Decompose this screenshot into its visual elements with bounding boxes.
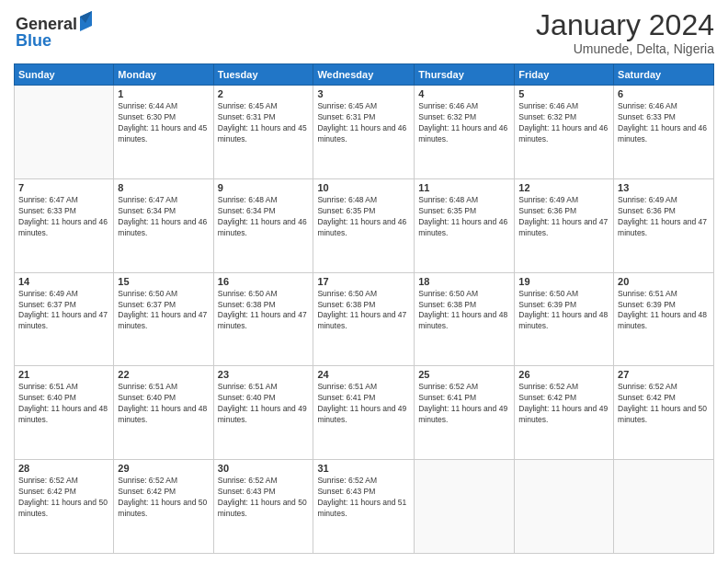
cell-info: Sunrise: 6:51 AMSunset: 6:40 PMDaylight:… (218, 382, 310, 426)
cell-info: Sunrise: 6:50 AMSunset: 6:39 PMDaylight:… (518, 289, 609, 333)
table-row: 28Sunrise: 6:52 AMSunset: 6:42 PMDayligh… (15, 460, 114, 554)
cell-info: Sunrise: 6:49 AMSunset: 6:37 PMDaylight:… (18, 289, 109, 333)
cell-info: Sunrise: 6:51 AMSunset: 6:39 PMDaylight:… (618, 289, 710, 333)
cell-info: Sunrise: 6:49 AMSunset: 6:36 PMDaylight:… (618, 195, 710, 239)
cell-day-number: 11 (418, 182, 510, 193)
table-row (415, 460, 515, 554)
cell-info: Sunrise: 6:52 AMSunset: 6:42 PMDaylight:… (518, 382, 609, 426)
cell-day-number: 25 (418, 369, 510, 380)
table-row: 2Sunrise: 6:45 AMSunset: 6:31 PMDaylight… (213, 86, 313, 179)
cell-info: Sunrise: 6:46 AMSunset: 6:32 PMDaylight:… (518, 101, 609, 145)
table-row: 31Sunrise: 6:52 AMSunset: 6:43 PMDayligh… (313, 460, 415, 554)
header-friday: Friday (515, 64, 614, 86)
table-row: 10Sunrise: 6:48 AMSunset: 6:35 PMDayligh… (313, 178, 415, 272)
svg-text:General: General (16, 15, 77, 33)
cell-info: Sunrise: 6:49 AMSunset: 6:36 PMDaylight:… (518, 195, 609, 239)
cell-info: Sunrise: 6:52 AMSunset: 6:43 PMDaylight:… (317, 476, 410, 520)
cell-day-number: 18 (418, 276, 510, 287)
cell-day-number: 9 (218, 182, 310, 193)
table-row: 11Sunrise: 6:48 AMSunset: 6:35 PMDayligh… (415, 178, 515, 272)
table-row: 25Sunrise: 6:52 AMSunset: 6:41 PMDayligh… (415, 366, 515, 460)
table-row (515, 460, 614, 554)
calendar-week-row: 1Sunrise: 6:44 AMSunset: 6:30 PMDaylight… (15, 86, 714, 179)
header-saturday: Saturday (614, 64, 714, 86)
cell-info: Sunrise: 6:46 AMSunset: 6:32 PMDaylight:… (418, 101, 510, 145)
table-row: 4Sunrise: 6:46 AMSunset: 6:32 PMDaylight… (415, 86, 515, 179)
calendar-table: Sunday Monday Tuesday Wednesday Thursday… (14, 63, 714, 554)
table-row: 17Sunrise: 6:50 AMSunset: 6:38 PMDayligh… (313, 272, 415, 366)
table-row: 14Sunrise: 6:49 AMSunset: 6:37 PMDayligh… (15, 272, 114, 366)
cell-day-number: 19 (518, 276, 609, 287)
header-tuesday: Tuesday (213, 64, 313, 86)
cell-day-number: 8 (118, 182, 209, 193)
cell-day-number: 16 (218, 276, 310, 287)
cell-info: Sunrise: 6:51 AMSunset: 6:40 PMDaylight:… (18, 382, 109, 426)
header-sunday: Sunday (15, 64, 114, 86)
cell-day-number: 30 (218, 463, 310, 474)
cell-info: Sunrise: 6:48 AMSunset: 6:35 PMDaylight:… (317, 195, 410, 239)
cell-day-number: 1 (118, 88, 209, 99)
header-thursday: Thursday (415, 64, 515, 86)
cell-day-number: 29 (118, 463, 209, 474)
cell-day-number: 5 (518, 88, 609, 99)
table-row: 30Sunrise: 6:52 AMSunset: 6:43 PMDayligh… (213, 460, 313, 554)
cell-day-number: 23 (218, 369, 310, 380)
table-row: 24Sunrise: 6:51 AMSunset: 6:41 PMDayligh… (313, 366, 415, 460)
cell-day-number: 15 (118, 276, 209, 287)
cell-info: Sunrise: 6:50 AMSunset: 6:38 PMDaylight:… (218, 289, 310, 333)
table-row: 21Sunrise: 6:51 AMSunset: 6:40 PMDayligh… (15, 366, 114, 460)
table-row: 13Sunrise: 6:49 AMSunset: 6:36 PMDayligh… (614, 178, 714, 272)
table-row: 23Sunrise: 6:51 AMSunset: 6:40 PMDayligh… (213, 366, 313, 460)
cell-info: Sunrise: 6:52 AMSunset: 6:43 PMDaylight:… (218, 476, 310, 520)
logo-icon: General Blue (14, 9, 97, 51)
title-section: January 2024 Umunede, Delta, Nigeria (536, 9, 714, 56)
cell-info: Sunrise: 6:51 AMSunset: 6:41 PMDaylight:… (317, 382, 410, 426)
table-row (15, 86, 114, 179)
cell-day-number: 22 (118, 369, 209, 380)
cell-day-number: 27 (618, 369, 710, 380)
cell-info: Sunrise: 6:50 AMSunset: 6:38 PMDaylight:… (418, 289, 510, 333)
calendar-title: January 2024 (536, 9, 714, 41)
cell-day-number: 13 (618, 182, 710, 193)
cell-info: Sunrise: 6:47 AMSunset: 6:34 PMDaylight:… (118, 195, 209, 239)
calendar-week-row: 21Sunrise: 6:51 AMSunset: 6:40 PMDayligh… (15, 366, 714, 460)
table-row: 29Sunrise: 6:52 AMSunset: 6:42 PMDayligh… (114, 460, 213, 554)
table-row: 9Sunrise: 6:48 AMSunset: 6:34 PMDaylight… (213, 178, 313, 272)
table-row: 7Sunrise: 6:47 AMSunset: 6:33 PMDaylight… (15, 178, 114, 272)
table-row: 15Sunrise: 6:50 AMSunset: 6:37 PMDayligh… (114, 272, 213, 366)
calendar-week-row: 28Sunrise: 6:52 AMSunset: 6:42 PMDayligh… (15, 460, 714, 554)
cell-info: Sunrise: 6:52 AMSunset: 6:42 PMDaylight:… (118, 476, 209, 520)
calendar-week-row: 7Sunrise: 6:47 AMSunset: 6:33 PMDaylight… (15, 178, 714, 272)
calendar-subtitle: Umunede, Delta, Nigeria (536, 41, 714, 56)
cell-day-number: 14 (18, 276, 109, 287)
cell-info: Sunrise: 6:45 AMSunset: 6:31 PMDaylight:… (317, 101, 410, 145)
table-row: 22Sunrise: 6:51 AMSunset: 6:40 PMDayligh… (114, 366, 213, 460)
table-row: 26Sunrise: 6:52 AMSunset: 6:42 PMDayligh… (515, 366, 614, 460)
cell-day-number: 17 (317, 276, 410, 287)
cell-day-number: 2 (218, 88, 310, 99)
cell-day-number: 26 (518, 369, 609, 380)
cell-day-number: 28 (18, 463, 109, 474)
cell-day-number: 3 (317, 88, 410, 99)
svg-text:Blue: Blue (16, 31, 51, 50)
cell-info: Sunrise: 6:46 AMSunset: 6:33 PMDaylight:… (618, 101, 710, 145)
page: General Blue January 2024 Umunede, Delta… (0, 0, 728, 563)
table-row: 1Sunrise: 6:44 AMSunset: 6:30 PMDaylight… (114, 86, 213, 179)
table-row (614, 460, 714, 554)
cell-info: Sunrise: 6:51 AMSunset: 6:40 PMDaylight:… (118, 382, 209, 426)
cell-day-number: 31 (317, 463, 410, 474)
header: General Blue January 2024 Umunede, Delta… (14, 9, 714, 56)
logo: General Blue (14, 9, 97, 54)
cell-info: Sunrise: 6:47 AMSunset: 6:33 PMDaylight:… (18, 195, 109, 239)
cell-info: Sunrise: 6:45 AMSunset: 6:31 PMDaylight:… (218, 101, 310, 145)
cell-info: Sunrise: 6:50 AMSunset: 6:37 PMDaylight:… (118, 289, 209, 333)
cell-info: Sunrise: 6:48 AMSunset: 6:34 PMDaylight:… (218, 195, 310, 239)
cell-info: Sunrise: 6:52 AMSunset: 6:42 PMDaylight:… (618, 382, 710, 426)
cell-info: Sunrise: 6:52 AMSunset: 6:42 PMDaylight:… (18, 476, 109, 520)
cell-day-number: 6 (618, 88, 710, 99)
cell-day-number: 4 (418, 88, 510, 99)
cell-day-number: 10 (317, 182, 410, 193)
calendar-header-row: Sunday Monday Tuesday Wednesday Thursday… (15, 64, 714, 86)
cell-day-number: 21 (18, 369, 109, 380)
header-wednesday: Wednesday (313, 64, 415, 86)
